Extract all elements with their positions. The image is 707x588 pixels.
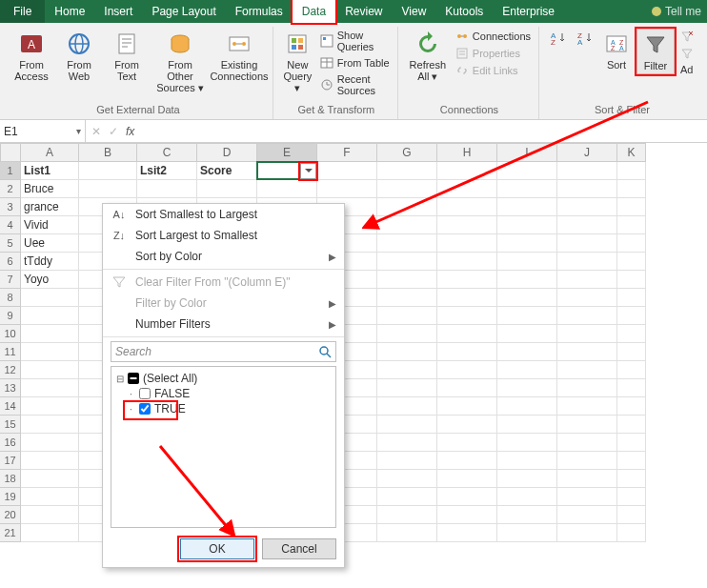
cell-J4[interactable] (557, 216, 617, 234)
cell-H19[interactable] (437, 488, 497, 506)
connections-button[interactable]: Connections (454, 29, 533, 44)
cell-G14[interactable] (377, 397, 437, 416)
select-all-item[interactable]: ⊟(Select All) (115, 371, 332, 386)
tab-home[interactable]: Home (45, 0, 94, 23)
cell-H10[interactable] (437, 325, 497, 343)
cell-A18[interactable] (21, 470, 79, 488)
cell-K20[interactable] (617, 506, 646, 524)
cell-K11[interactable] (617, 343, 646, 361)
true-checkbox[interactable] (139, 403, 151, 415)
cell-K10[interactable] (617, 325, 646, 343)
cell-A12[interactable] (21, 361, 79, 379)
cell-K5[interactable] (617, 234, 646, 253)
cell-H16[interactable] (437, 434, 497, 452)
from-web-button[interactable]: FromWeb (57, 29, 101, 84)
cell-J7[interactable] (557, 271, 617, 289)
cell-A11[interactable] (21, 343, 79, 361)
cell-J10[interactable] (557, 325, 617, 343)
cell-K21[interactable] (617, 524, 646, 542)
row-header[interactable]: 11 (0, 343, 21, 361)
cell-H6[interactable] (437, 253, 497, 271)
cell-K9[interactable] (617, 307, 646, 325)
tell-me[interactable]: Tell me (652, 0, 707, 23)
cell-K2[interactable] (617, 180, 646, 198)
row-header[interactable]: 9 (0, 307, 21, 325)
cell-I18[interactable] (497, 470, 557, 488)
cell-A20[interactable] (21, 506, 79, 524)
cell-J20[interactable] (557, 506, 617, 524)
from-text-button[interactable]: FromText (105, 29, 149, 84)
cell-A21[interactable] (21, 524, 79, 542)
cell-G17[interactable] (377, 452, 437, 470)
col-C[interactable]: C (137, 143, 197, 162)
cell-K6[interactable] (617, 253, 646, 271)
value-true-item[interactable]: ·TRUE (115, 401, 332, 416)
cell-I6[interactable] (497, 253, 557, 271)
cell-A2[interactable]: Bruce (21, 180, 79, 198)
cell-J9[interactable] (557, 307, 617, 325)
filter-search-input[interactable]: Search (111, 341, 336, 362)
cell-K16[interactable] (617, 434, 646, 452)
cell-J5[interactable] (557, 234, 617, 253)
col-B[interactable]: B (79, 143, 137, 162)
name-box-dropdown-icon[interactable]: ▾ (76, 126, 81, 136)
cell-I8[interactable] (497, 289, 557, 307)
value-false-item[interactable]: ·FALSE (115, 386, 332, 401)
refresh-all-button[interactable]: RefreshAll ▾ (406, 29, 450, 84)
from-other-sources-button[interactable]: From OtherSources ▾ (152, 29, 208, 95)
from-access-button[interactable]: AFromAccess (10, 29, 53, 84)
cell-K19[interactable] (617, 488, 646, 506)
tab-insert[interactable]: Insert (94, 0, 142, 23)
cell-A5[interactable]: Uee (21, 234, 79, 253)
formula-input[interactable] (140, 120, 707, 142)
cell-H17[interactable] (437, 452, 497, 470)
cell-J18[interactable] (557, 470, 617, 488)
select-all-checkbox[interactable] (128, 373, 139, 384)
cell-H8[interactable] (437, 289, 497, 307)
sort-button[interactable]: AZZASort (600, 29, 633, 72)
row-header[interactable]: 4 (0, 216, 21, 234)
cell-A14[interactable] (21, 397, 79, 416)
cell-J17[interactable] (557, 452, 617, 470)
cell-H9[interactable] (437, 307, 497, 325)
row-header[interactable]: 20 (0, 506, 21, 524)
name-box[interactable]: E1▾ (0, 120, 86, 142)
col-K[interactable]: K (617, 143, 646, 162)
row-header[interactable]: 12 (0, 361, 21, 379)
tab-enterprise[interactable]: Enterprise (493, 0, 564, 23)
cell-I12[interactable] (497, 361, 557, 379)
cell-H18[interactable] (437, 470, 497, 488)
cell-I15[interactable] (497, 416, 557, 434)
cell-A4[interactable]: Vivid (21, 216, 79, 234)
tab-file[interactable]: File (0, 0, 45, 23)
recent-sources-button[interactable]: Recent Sources (318, 72, 392, 97)
cell-I11[interactable] (497, 343, 557, 361)
cell-H5[interactable] (437, 234, 497, 253)
cell-J8[interactable] (557, 289, 617, 307)
row-header[interactable]: 3 (0, 198, 21, 216)
cell-K18[interactable] (617, 470, 646, 488)
row-header[interactable]: 2 (0, 180, 21, 198)
cell-E2[interactable] (257, 180, 317, 198)
false-checkbox[interactable] (139, 388, 151, 399)
filter-button[interactable]: Filter (636, 29, 675, 74)
cell-G7[interactable] (377, 271, 437, 289)
tab-view[interactable]: View (393, 0, 436, 23)
cell-D1[interactable]: Score (197, 162, 257, 180)
row-header[interactable]: 16 (0, 434, 21, 452)
cell-A7[interactable]: Yoyo (21, 271, 79, 289)
cell-H13[interactable] (437, 379, 497, 397)
cell-G6[interactable] (377, 253, 437, 271)
cancel-button[interactable]: Cancel (262, 538, 336, 559)
cell-I20[interactable] (497, 506, 557, 524)
cell-D2[interactable] (197, 180, 257, 198)
select-all-corner[interactable] (0, 143, 21, 162)
cell-G21[interactable] (377, 524, 437, 542)
cell-I3[interactable] (497, 198, 557, 216)
cell-I17[interactable] (497, 452, 557, 470)
row-header[interactable]: 7 (0, 271, 21, 289)
row-header[interactable]: 14 (0, 397, 21, 416)
cell-G16[interactable] (377, 434, 437, 452)
cell-J11[interactable] (557, 343, 617, 361)
cell-A10[interactable] (21, 325, 79, 343)
